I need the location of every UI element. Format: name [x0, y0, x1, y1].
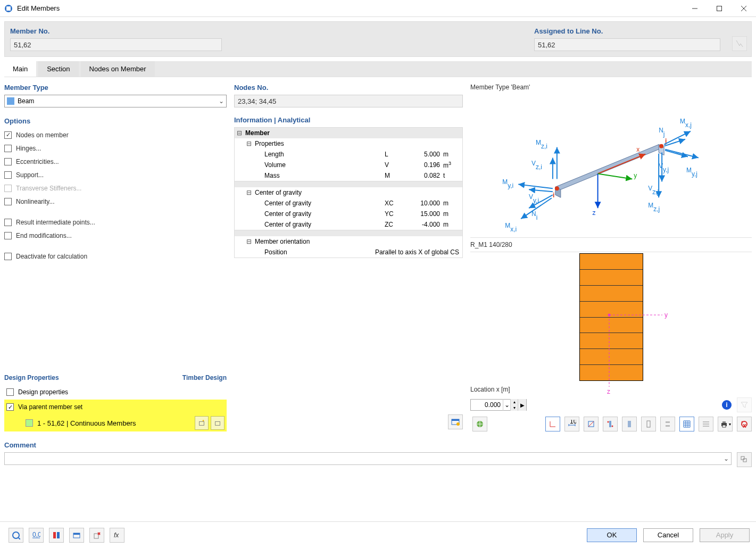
member-set-swatch: [26, 419, 33, 427]
window-minimize-button[interactable]: [683, 0, 707, 17]
show-axes-button[interactable]: [545, 417, 560, 431]
svg-rect-63: [666, 425, 670, 427]
play-icon[interactable]: ▶: [518, 399, 526, 411]
edit-member-set-button[interactable]: [211, 416, 225, 430]
svg-text:z: z: [593, 209, 596, 217]
window-title: Edit Members: [17, 4, 683, 12]
info-properties[interactable]: ⊟Properties: [235, 138, 462, 149]
remove-object-button[interactable]: [89, 528, 104, 543]
info-cog[interactable]: ⊟Center of gravity: [235, 187, 462, 198]
info-cog-z: Center of gravityZC-4.000m: [235, 219, 462, 230]
tab-nodes-on-member[interactable]: Nodes on Member: [81, 61, 155, 77]
tab-section[interactable]: Section: [38, 61, 78, 77]
svg-text:100: 100: [570, 420, 576, 425]
option-nonlinearity[interactable]: Nonlinearity...: [4, 195, 227, 208]
assigned-line-input[interactable]: [534, 38, 720, 51]
comment-input[interactable]: ⌄: [4, 452, 732, 465]
info-orientation[interactable]: ⊟Member orientation: [235, 236, 462, 247]
info-position: PositionParallel to axis X of global CS: [235, 247, 462, 258]
svg-rect-69: [741, 456, 744, 460]
option-result-intermediate-points[interactable]: Result intermediate points...: [4, 215, 227, 229]
option-hinges[interactable]: Hinges...: [4, 142, 227, 155]
chevron-down-icon: ⌄: [724, 455, 729, 462]
show-parts-button[interactable]: [660, 417, 675, 431]
member-type-value: Beam: [18, 97, 219, 105]
show-principal-axes-button[interactable]: [584, 417, 599, 431]
show-window-button[interactable]: [69, 528, 84, 543]
svg-rect-78: [73, 533, 80, 535]
cancel-button[interactable]: Cancel: [643, 528, 693, 542]
info-volume: VolumeV0.196m3: [235, 160, 462, 170]
svg-line-20: [598, 173, 633, 179]
svg-text:x: x: [743, 422, 746, 428]
svg-rect-65: [722, 421, 726, 423]
help-button[interactable]: [9, 528, 23, 543]
info-mass: MassM0.082t: [235, 170, 462, 181]
option-support[interactable]: Support...: [4, 168, 227, 181]
via-parent-member-set-checkbox[interactable]: ✓Via parent member set: [4, 400, 227, 414]
svg-rect-6: [200, 421, 204, 425]
design-properties-checkbox[interactable]: Design properties: [4, 385, 227, 400]
svg-line-56: [588, 421, 594, 427]
window-maximize-button[interactable]: [707, 0, 732, 17]
nodes-no-input[interactable]: [234, 95, 463, 107]
svg-text:fx: fx: [114, 532, 119, 539]
info-icon[interactable]: i: [722, 400, 732, 410]
member-type-swatch: [7, 97, 14, 105]
script-button[interactable]: fx: [110, 528, 124, 543]
svg-text:Ni: Ni: [531, 210, 537, 221]
chevron-down-icon: ⌄: [219, 97, 224, 105]
pick-line-button: [732, 36, 747, 51]
print-button[interactable]: ▾: [718, 417, 733, 431]
show-wireframe-button[interactable]: [641, 417, 656, 431]
show-stress-points-button[interactable]: [603, 417, 618, 431]
show-values-button[interactable]: [699, 417, 713, 431]
world-axes-button[interactable]: [472, 417, 487, 431]
stepper-down-icon[interactable]: ▾: [510, 405, 518, 411]
new-member-set-button[interactable]: [195, 416, 209, 430]
member-type-select[interactable]: Beam ⌄: [4, 95, 227, 107]
svg-rect-66: [722, 425, 726, 427]
show-grid-button[interactable]: [679, 417, 694, 431]
section-view: y z: [470, 252, 752, 381]
option-nodes-on-member[interactable]: ✓Nodes on member: [4, 128, 227, 142]
extend-table-button[interactable]: [448, 414, 463, 429]
location-input[interactable]: 0.000 ⌄ ▴▾ ▶: [470, 399, 527, 411]
tab-main[interactable]: Main: [4, 61, 36, 77]
show-dimensions-button[interactable]: 100: [564, 417, 579, 431]
info-member[interactable]: ⊟Member: [235, 128, 462, 138]
svg-rect-62: [666, 421, 670, 423]
comment-library-button[interactable]: [737, 452, 752, 467]
svg-line-28: [518, 184, 553, 188]
tab-bar: Main Section Nodes on Member: [4, 61, 752, 77]
ok-button[interactable]: OK: [587, 528, 637, 542]
window-close-button[interactable]: [732, 0, 756, 17]
reset-view-button[interactable]: x: [737, 417, 752, 431]
svg-rect-9: [452, 419, 459, 421]
option-eccentricities[interactable]: Eccentricities...: [4, 155, 227, 168]
svg-text:i: i: [553, 192, 554, 199]
svg-text:y: y: [664, 311, 668, 319]
units-button[interactable]: 0,00: [29, 528, 44, 543]
option-deactivate-calculation[interactable]: Deactivate for calculation: [4, 250, 227, 263]
info-cog-x: Center of gravityXC10.000m: [235, 198, 462, 209]
beam-diagram-title: Member Type 'Beam': [470, 81, 752, 94]
app-icon: [4, 4, 13, 13]
svg-text:0,00: 0,00: [32, 531, 40, 538]
svg-rect-60: [628, 421, 631, 427]
member-no-input[interactable]: [10, 38, 222, 51]
view-model-button[interactable]: [49, 528, 64, 543]
comment-label: Comment: [4, 438, 752, 452]
show-solid-button[interactable]: [622, 417, 637, 431]
parent-member-set-row[interactable]: 1 - 51,62 | Continuous Members: [4, 414, 227, 431]
svg-line-18: [598, 154, 646, 174]
member-type-label: Member Type: [4, 81, 227, 95]
stepper-up-icon[interactable]: ▴: [510, 399, 518, 405]
svg-rect-3: [717, 6, 722, 11]
svg-line-36: [664, 131, 691, 145]
svg-rect-1: [6, 6, 11, 11]
svg-text:My,i: My,i: [502, 178, 513, 189]
option-end-modifications[interactable]: End modifications...: [4, 229, 227, 242]
info-tree: ⊟Member ⊟Properties LengthL5.000m Volume…: [234, 127, 463, 258]
svg-text:Vy,j: Vy,j: [659, 162, 669, 173]
